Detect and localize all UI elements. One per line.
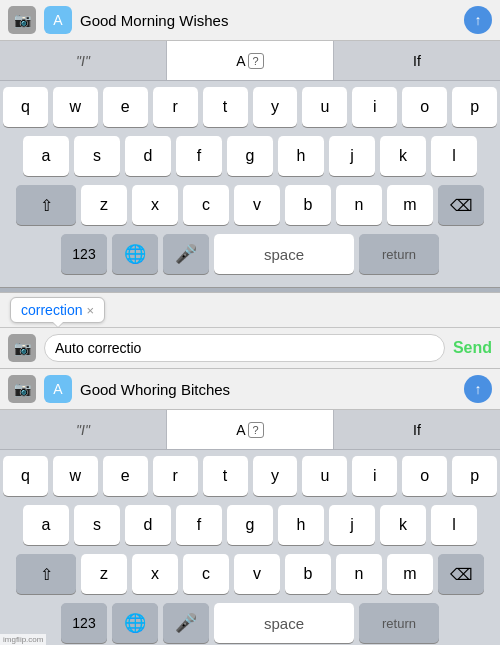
bottom-autocorrect-cell-1[interactable]: "I" [0,410,167,449]
bottom-autocorrect-bar: "I" A ? If [0,410,500,450]
key-y[interactable]: y [253,87,298,127]
key-g[interactable]: g [227,136,273,176]
bottom-autocorrect-cell-3[interactable]: If [334,410,500,449]
bkey-v[interactable]: v [234,554,280,594]
autocorrect-bubble[interactable]: correction × [10,297,105,323]
send-button-bottom[interactable]: Send [453,339,492,357]
top-message-bar: 📷 A Good Morning Wishes ↑ [0,0,500,41]
top-keyboard: q w e r t y u i o p a s d f g h j k l [0,81,500,287]
key-c[interactable]: c [183,185,229,225]
camera-icon-bottom: 📷 [8,334,36,362]
key-b[interactable]: b [285,185,331,225]
bkey-j[interactable]: j [329,505,375,545]
bkey-s[interactable]: s [74,505,120,545]
bkey-k[interactable]: k [380,505,426,545]
key-e[interactable]: e [103,87,148,127]
key-a[interactable]: a [23,136,69,176]
bkey-a[interactable]: a [23,505,69,545]
key-d[interactable]: d [125,136,171,176]
autocorrect-cell-2[interactable]: A ? [167,41,334,80]
key-row-1-bottom: q w e r t y u i o p [3,456,497,496]
bkey-x[interactable]: x [132,554,178,594]
bkey-d[interactable]: d [125,505,171,545]
key-space-top[interactable]: space [214,234,354,274]
key-row-4-bottom: 123 🌐 🎤 space return [3,603,497,643]
key-o[interactable]: o [402,87,447,127]
key-f[interactable]: f [176,136,222,176]
key-p[interactable]: p [452,87,497,127]
bkey-q[interactable]: q [3,456,48,496]
key-123-bottom[interactable]: 123 [61,603,107,643]
key-space-bottom[interactable]: space [214,603,354,643]
autocorrect-popup-text: correction [21,302,82,318]
watermark: imgflip.com [0,634,46,645]
bkey-m[interactable]: m [387,554,433,594]
key-u[interactable]: u [302,87,347,127]
bottom-app-message-bar: 📷 A Good Whoring Bitches ↑ [0,369,500,410]
top-section: 📷 A Good Morning Wishes ↑ "I" A ? If q w… [0,0,500,287]
close-autocorrect-icon[interactable]: × [86,303,94,318]
bkey-f[interactable]: f [176,505,222,545]
key-z[interactable]: z [81,185,127,225]
bkey-i[interactable]: i [352,456,397,496]
key-row-2-bottom: a s d f g h j k l [3,505,497,545]
key-row-2-top: a s d f g h j k l [3,136,497,176]
key-v[interactable]: v [234,185,280,225]
bkey-e[interactable]: e [103,456,148,496]
key-m[interactable]: m [387,185,433,225]
bkey-b[interactable]: b [285,554,331,594]
key-mic-top[interactable]: 🎤 [163,234,209,274]
key-shift-bottom[interactable]: ⇧ [16,554,76,594]
bkey-n[interactable]: n [336,554,382,594]
bkey-t[interactable]: t [203,456,248,496]
bkey-g[interactable]: g [227,505,273,545]
bkey-c[interactable]: c [183,554,229,594]
key-j[interactable]: j [329,136,375,176]
key-delete-bottom[interactable]: ⌫ [438,554,484,594]
bkey-r[interactable]: r [153,456,198,496]
bkey-z[interactable]: z [81,554,127,594]
key-return-top[interactable]: return [359,234,439,274]
bkey-h[interactable]: h [278,505,324,545]
bottom-send-btn-blue[interactable]: ↑ [464,375,492,403]
key-t[interactable]: t [203,87,248,127]
bottom-autocorrect-cell-2[interactable]: A ? [167,410,334,449]
key-mic-bottom[interactable]: 🎤 [163,603,209,643]
input-prefix: Auto [55,340,88,356]
camera-icon-bottom2: 📷 [8,375,36,403]
autocorrect-cell-1[interactable]: "I" [0,41,167,80]
key-delete-top[interactable]: ⌫ [438,185,484,225]
bkey-l[interactable]: l [431,505,477,545]
text-input-field[interactable]: Auto correctio [44,334,445,362]
bottom-keyboard: q w e r t y u i o p a s d f g h j k l [0,450,500,645]
key-123-top[interactable]: 123 [61,234,107,274]
app-icon-bottom: A [44,375,72,403]
key-l[interactable]: l [431,136,477,176]
key-globe-bottom[interactable]: 🌐 [112,603,158,643]
autocorrect-cell-3[interactable]: If [334,41,500,80]
key-s[interactable]: s [74,136,120,176]
bottom-message-bar: 📷 Auto correctio Send [0,328,500,369]
top-send-button[interactable]: ↑ [464,6,492,34]
top-message-text: Good Morning Wishes [80,12,456,29]
app-wrapper: 📷 A Good Morning Wishes ↑ "I" A ? If q w… [0,0,500,645]
input-text: correctio [88,340,142,356]
key-i[interactable]: i [352,87,397,127]
key-row-1-top: q w e r t y u i o p [3,87,497,127]
bkey-y[interactable]: y [253,456,298,496]
bkey-u[interactable]: u [302,456,347,496]
key-row-3-bottom: ⇧ z x c v b n m ⌫ [3,554,497,594]
bkey-o[interactable]: o [402,456,447,496]
key-shift-top[interactable]: ⇧ [16,185,76,225]
key-h[interactable]: h [278,136,324,176]
key-q[interactable]: q [3,87,48,127]
key-return-bottom[interactable]: return [359,603,439,643]
key-k[interactable]: k [380,136,426,176]
key-r[interactable]: r [153,87,198,127]
bkey-w[interactable]: w [53,456,98,496]
key-n[interactable]: n [336,185,382,225]
bkey-p[interactable]: p [452,456,497,496]
key-globe-top[interactable]: 🌐 [112,234,158,274]
key-x[interactable]: x [132,185,178,225]
key-w[interactable]: w [53,87,98,127]
